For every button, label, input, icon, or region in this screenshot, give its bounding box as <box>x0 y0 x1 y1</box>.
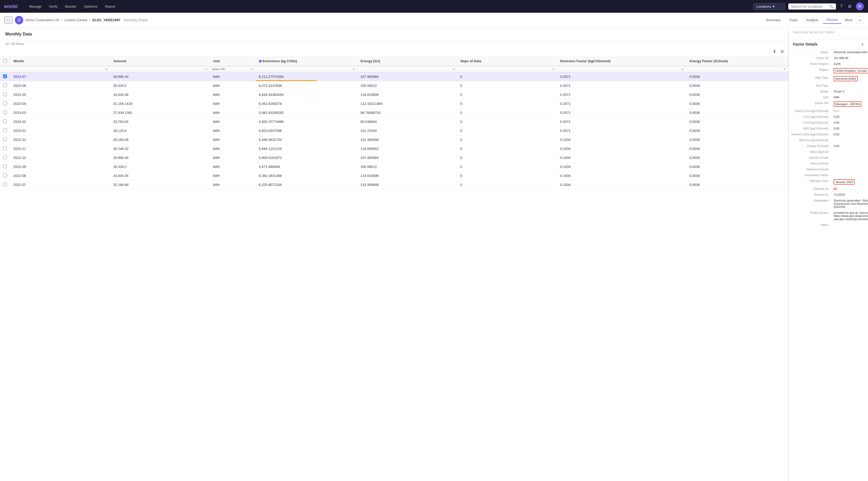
filter-month-icon[interactable]: ▼ <box>105 68 108 71</box>
filter-amount[interactable] <box>112 67 205 71</box>
factor-detail-row: N2O (kgCO2e/unit) 0.00 <box>789 125 868 131</box>
row-checkbox[interactable] <box>3 92 7 96</box>
filter-enfactor[interactable] <box>688 67 783 71</box>
row-checkbox[interactable] <box>3 164 7 168</box>
tab-summary[interactable]: Summary <box>762 17 784 24</box>
row-month: 2023-01 <box>10 126 110 136</box>
row-checkbox-cell <box>0 153 10 162</box>
row-checkbox[interactable] <box>3 74 7 78</box>
table-toolbar: ⬇ ⚙ <box>0 47 788 56</box>
factor-label: Factor Source <box>789 210 831 222</box>
row-checkbox[interactable] <box>3 128 7 132</box>
locations-dropdown[interactable]: Locations ▾ <box>753 3 785 10</box>
row-days: 0 <box>457 81 557 90</box>
factor-label: Energy (GJ)/unit <box>789 143 831 149</box>
row-checkbox[interactable] <box>3 174 7 177</box>
filter-energy[interactable] <box>359 67 452 71</box>
filter-amount-icon[interactable]: ▼ <box>205 68 208 71</box>
tab-analyze[interactable]: Analyze <box>802 17 822 24</box>
row-amount: 29,995.44 <box>110 153 210 162</box>
nav-report[interactable]: Report <box>102 3 118 10</box>
row-emissions: 5,671.680696 <box>255 162 357 171</box>
row-energy: 85.546944 <box>357 117 457 126</box>
row-month: 2022-12 <box>10 136 110 144</box>
select-all-checkbox[interactable] <box>3 59 7 62</box>
row-checkbox[interactable] <box>3 111 7 114</box>
download-button[interactable]: ⬇ <box>772 48 777 55</box>
factor-label: Total CO2e (kgCO2e/unit) <box>789 108 831 114</box>
filter-energy-icon[interactable]: ▼ <box>452 68 455 71</box>
nav-monitor[interactable]: Monitor <box>62 3 80 10</box>
users-icon[interactable]: ⚙ <box>847 3 852 10</box>
row-energy: 98.78089716 <box>357 108 457 117</box>
factor-label: CH4 (kgCO2e/unit) <box>789 120 831 125</box>
filter-month[interactable] <box>12 67 105 71</box>
row-month: 2022-09 <box>10 162 110 171</box>
row-amount: 31,156.1419 <box>110 99 210 108</box>
filter-emissions-icon[interactable]: ▼ <box>352 68 355 71</box>
row-energy-factor: 0.0036 <box>686 136 788 144</box>
layout-button[interactable]: ▱ <box>856 16 864 24</box>
row-checkbox[interactable] <box>3 147 7 150</box>
tab-track[interactable]: Track <box>785 17 801 24</box>
row-checkbox[interactable] <box>3 84 7 87</box>
nav-verify[interactable]: Verify <box>46 3 61 10</box>
row-unit: kWh <box>210 72 255 81</box>
tab-review[interactable]: Review <box>823 16 842 24</box>
factor-detail-row: Region United Kingdom, Europe <box>789 67 868 75</box>
factor-label: Scope <box>789 88 831 94</box>
filter-emissions[interactable] <box>258 67 352 71</box>
settings-button[interactable]: ⚙ <box>779 48 785 55</box>
nav-right: Locations ▾ 🔍 ? ⚙ IK <box>753 2 864 10</box>
row-checkbox[interactable] <box>3 101 7 105</box>
row-energy: 118.815696 <box>357 90 457 99</box>
row-unit: kWh <box>210 108 255 117</box>
back-button[interactable]: ← <box>4 17 13 24</box>
tab-more[interactable]: More <box>843 17 855 24</box>
row-checkbox[interactable] <box>3 182 7 186</box>
row-days: 0 <box>457 72 557 81</box>
row-checkbox[interactable] <box>3 119 7 123</box>
breadcrumb-sub: Electricity Simple <box>124 18 148 22</box>
nav-manage[interactable]: Manage <box>26 3 45 10</box>
row-emission-factor: 0.2071 <box>557 90 686 99</box>
total-co2e-value: 0.21 <box>834 110 839 113</box>
search-box[interactable]: 🔍 <box>788 3 836 9</box>
help-icon[interactable]: ? <box>839 3 844 10</box>
col-select-all[interactable] <box>0 56 10 66</box>
filter-emfactor[interactable] <box>559 67 681 71</box>
nav-links: Manage Verify Monitor Optimize Report <box>26 3 118 10</box>
col-dot-icon <box>259 60 261 62</box>
menu-button[interactable]: ☰ <box>15 16 23 24</box>
row-emission-factor: 0.2071 <box>557 81 686 90</box>
filter-days-icon[interactable]: ▼ <box>552 68 555 71</box>
breadcrumb-sep-1: / <box>61 18 62 22</box>
breadcrumb-bar: ← ☰ Demo Corporation US / London Centre … <box>0 13 868 28</box>
nav-optimize[interactable]: Optimize <box>81 3 101 10</box>
factor-label: Uncertainty Factor <box>789 172 831 178</box>
filter-enfactor-icon[interactable]: ▼ <box>783 68 786 71</box>
highlight-factor-set: Managed - DEFRA <box>834 101 861 107</box>
row-checkbox[interactable] <box>3 138 7 141</box>
filter-emfactor-icon[interactable]: ▼ <box>682 68 684 71</box>
table-wrap[interactable]: Month Amount Unit Emissions (kg CO2e) En… <box>0 56 788 481</box>
panel-header: Monthly Data <box>0 28 788 41</box>
avatar[interactable]: IK <box>856 2 864 10</box>
search-input[interactable] <box>791 4 828 8</box>
row-checkbox[interactable] <box>3 155 7 159</box>
factor-label: N2O (kgCO2e/unit) <box>789 125 831 131</box>
row-amount: 23,763.04 <box>110 117 210 126</box>
collapse-button[interactable]: ∧ <box>861 42 864 47</box>
factor-label: Mass (kg)/unit <box>789 149 831 155</box>
factor-detail-row: Factor Source provided by gov.uk, licens… <box>789 210 868 222</box>
filter-days[interactable] <box>459 67 552 71</box>
row-emission-factor: 0.2071 <box>557 72 686 81</box>
row-energy-factor: 0.0036 <box>686 81 788 90</box>
row-amount: 29,329.2 <box>110 162 210 171</box>
filter-unit-icon[interactable]: ▼ <box>251 68 253 71</box>
table-row: 2023-05 33,004.36 kWh 6,834.34484264 118… <box>0 90 788 99</box>
row-checkbox-cell <box>0 117 10 126</box>
factor-label: CO2 (kgCO2e/unit) <box>789 114 831 120</box>
factor-value <box>831 149 868 155</box>
factor-detail-row: Name Electricity Generated kWh 2023 <box>789 49 868 55</box>
